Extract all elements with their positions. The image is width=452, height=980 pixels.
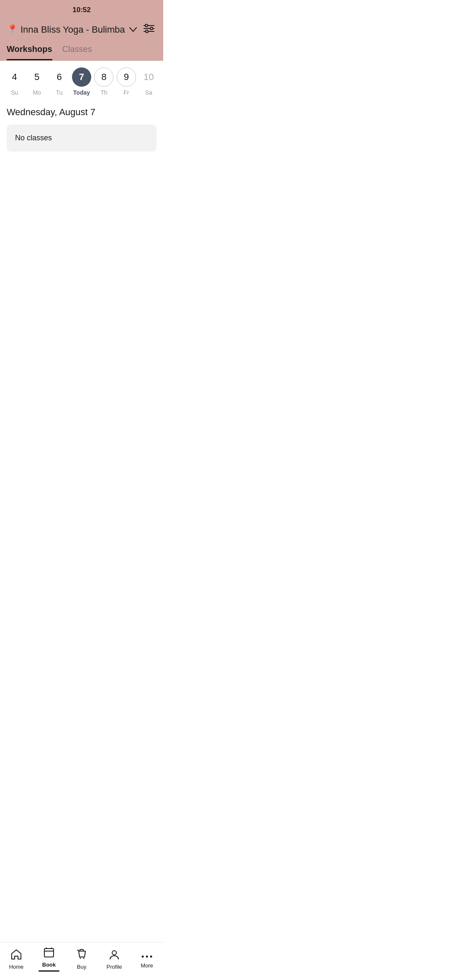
header: 📍 Inna Bliss Yoga - Bulimba xyxy=(0,17,163,38)
location-selector[interactable]: 📍 Inna Bliss Yoga - Bulimba xyxy=(7,24,141,35)
day-item-su[interactable]: 4 Su xyxy=(5,67,24,96)
day-item-today[interactable]: 7 Today xyxy=(72,67,91,96)
location-pin-icon: 📍 xyxy=(7,24,18,35)
day-item-tu[interactable]: 6 Tu xyxy=(50,67,69,96)
day-label-sa: Sa xyxy=(145,89,152,96)
tab-classes[interactable]: Classes xyxy=(62,44,92,60)
tabs-container: Workshops Classes xyxy=(0,38,163,60)
day-item-mo[interactable]: 5 Mo xyxy=(27,67,46,96)
day-label-tu: Tu xyxy=(56,89,63,96)
day-label-th: Th xyxy=(100,89,107,96)
filter-icon[interactable] xyxy=(141,22,157,38)
status-bar: 10:52 xyxy=(0,0,163,17)
day-item-th[interactable]: 8 Th xyxy=(94,67,113,96)
svg-point-5 xyxy=(146,30,148,33)
day-number-10: 10 xyxy=(139,67,158,87)
day-number-8: 8 xyxy=(94,67,113,87)
svg-point-4 xyxy=(150,27,153,30)
day-label-today: Today xyxy=(73,89,90,96)
day-number-7: 7 xyxy=(72,67,91,87)
day-item-sa[interactable]: 10 Sa xyxy=(139,67,158,96)
day-label-fr: Fr xyxy=(123,89,129,96)
no-classes-card: No classes xyxy=(7,124,157,152)
location-name: Inna Bliss Yoga - Bulimba xyxy=(21,24,125,35)
day-number-6: 6 xyxy=(50,67,69,87)
no-classes-text: No classes xyxy=(15,134,52,142)
status-time: 10:52 xyxy=(8,6,155,17)
tab-workshops[interactable]: Workshops xyxy=(7,44,52,60)
content-area xyxy=(0,152,163,361)
day-number-5: 5 xyxy=(27,67,46,87)
day-number-4: 4 xyxy=(5,67,24,87)
calendar-strip: 4 Su 5 Mo 6 Tu 7 Today 8 Th 9 Fr 10 Sa xyxy=(0,61,163,103)
svg-point-3 xyxy=(145,24,148,27)
chevron-down-icon xyxy=(129,26,137,34)
day-label-mo: Mo xyxy=(33,89,41,96)
day-number-9: 9 xyxy=(117,67,136,87)
date-heading: Wednesday, August 7 xyxy=(0,103,163,124)
day-item-fr[interactable]: 9 Fr xyxy=(117,67,136,96)
day-label-su: Su xyxy=(11,89,18,96)
